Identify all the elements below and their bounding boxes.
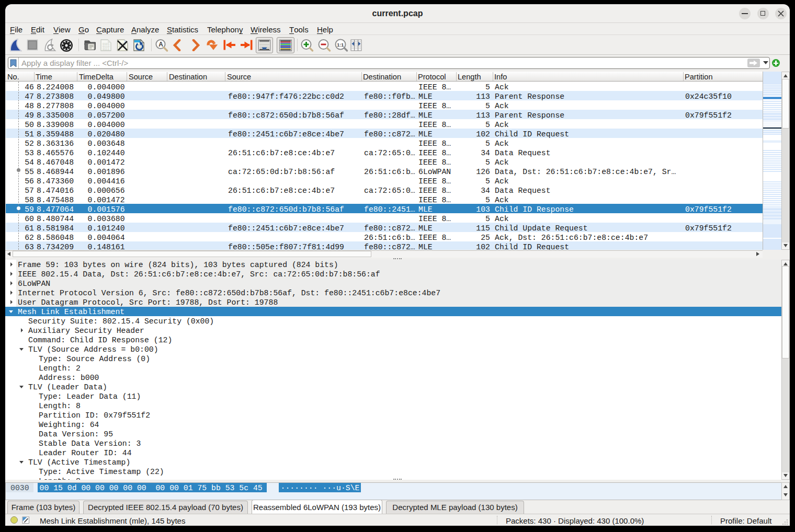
svg-text:A: A bbox=[158, 41, 163, 48]
svg-text:1:1: 1:1 bbox=[337, 42, 344, 48]
svg-text:0111: 0111 bbox=[103, 48, 110, 51]
